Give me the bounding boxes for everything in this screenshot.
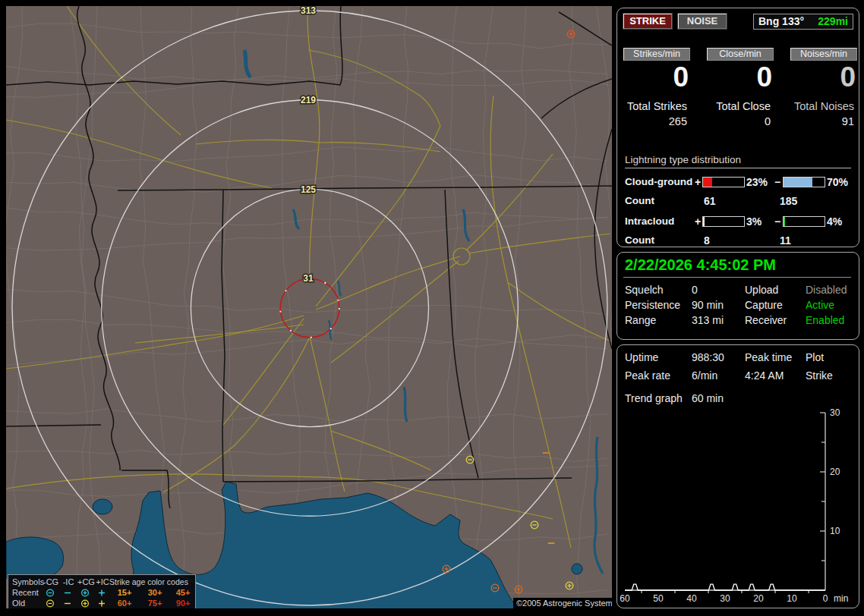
bearing-value: Bng 133° xyxy=(758,14,804,29)
receiver-value: Enabled xyxy=(806,314,856,328)
ic-positive-count: 8 xyxy=(704,234,742,247)
ring-label-219: 219 xyxy=(301,95,316,105)
uptime-value: 988:30 xyxy=(692,351,743,365)
peak-rate-label: Peak rate xyxy=(625,369,690,383)
upload-label: Upload xyxy=(745,284,804,297)
svg-text:30: 30 xyxy=(720,593,730,604)
ring-label-313: 313 xyxy=(301,6,316,16)
map-canvas: 31321912531 xyxy=(6,6,612,608)
squelch-label: Squelch xyxy=(625,284,690,297)
ic-negative-pct: 4% xyxy=(827,215,857,228)
capture-value: Active xyxy=(806,299,856,313)
age-badge-45: 45+ xyxy=(171,588,195,597)
clock: 2/22/2026 4:45:02 PM xyxy=(625,256,776,274)
legend-symbols-header: Symbols xyxy=(12,577,44,586)
noise-mode-button[interactable]: NOISE xyxy=(678,14,727,29)
legend-symbol-pos-ic-old xyxy=(96,599,108,608)
nexstorm-window: 31321912531 Symbols -CG -IC +CG +IC Stri… xyxy=(0,0,864,616)
total-strikes-value: 265 xyxy=(623,115,687,127)
peak-time-value: 4:24 AM xyxy=(745,369,804,383)
svg-text:10: 10 xyxy=(830,526,840,536)
ic-count-label: Count xyxy=(625,234,654,246)
legend-symbol-pos-ic-recent xyxy=(96,588,108,598)
bearing-readout: Bng 133° 229mi xyxy=(753,14,853,30)
copyright-label: ©2005 Astrogenic Systems xyxy=(513,598,612,608)
ring-label-125: 125 xyxy=(301,184,316,195)
divider xyxy=(623,277,851,278)
svg-text:min: min xyxy=(834,593,848,604)
range-label: Range xyxy=(625,314,690,328)
peak-time-label: Peak time xyxy=(745,351,804,365)
status-panel: 2/22/2026 4:45:02 PM Squelch 0 Upload Di… xyxy=(616,252,859,340)
minus-sign: − xyxy=(772,176,783,188)
radar-map[interactable]: 31321912531 Symbols -CG -IC +CG +IC Stri… xyxy=(6,6,612,608)
close-per-min-button[interactable]: Close/min xyxy=(707,48,774,61)
plus-sign: + xyxy=(692,215,703,228)
age-badge-30: 30+ xyxy=(143,588,167,597)
svg-text:60: 60 xyxy=(620,593,630,604)
range-value: 313 mi xyxy=(692,314,743,328)
trend-panel: Uptime 988:30 Peak time Plot Peak rate 6… xyxy=(616,344,859,608)
cg-negative-bar xyxy=(783,177,825,187)
plot-value: Strike xyxy=(806,369,856,383)
age-badge-15: 15+ xyxy=(112,588,137,597)
ring-label-31: 31 xyxy=(303,273,314,284)
age-badge-60: 60+ xyxy=(112,599,137,608)
total-strikes-label: Total Strikes xyxy=(623,100,687,112)
svg-text:0: 0 xyxy=(823,593,828,604)
intracloud-label: Intracloud xyxy=(625,215,693,227)
trend-chart: 1020306050403020100min xyxy=(620,409,856,605)
receiver-label: Receiver xyxy=(745,314,804,328)
legend-col-pos-ic: +IC xyxy=(95,577,110,586)
age-badge-90: 90+ xyxy=(171,599,195,608)
svg-text:20: 20 xyxy=(830,467,840,477)
svg-text:20: 20 xyxy=(753,593,764,604)
squelch-value: 0 xyxy=(692,284,743,297)
cg-positive-bar xyxy=(702,177,745,187)
upload-value: Disabled xyxy=(806,284,856,297)
cg-positive-count: 61 xyxy=(704,195,742,207)
legend-col-neg-ic: -IC xyxy=(61,577,76,586)
bearing-distance: 229mi xyxy=(818,14,848,29)
ic-positive-bar xyxy=(702,216,745,227)
svg-text:40: 40 xyxy=(686,593,697,604)
legend-row-old-label: Old xyxy=(12,599,25,608)
ic-negative-count: 11 xyxy=(780,234,825,247)
cg-negative-count: 185 xyxy=(780,195,825,207)
cg-count-label: Count xyxy=(625,195,654,206)
svg-text:50: 50 xyxy=(653,593,664,604)
legend-symbol-neg-ic-recent xyxy=(61,588,74,598)
map-legend: Symbols -CG -IC +CG +IC Strike age color… xyxy=(8,574,196,608)
total-noises-value: 91 xyxy=(790,115,854,127)
legend-col-pos-cg: +CG xyxy=(77,577,94,586)
distribution-title: Lightning type distribution xyxy=(625,154,851,168)
capture-label: Capture xyxy=(745,299,804,313)
minus-sign: − xyxy=(772,215,783,228)
total-close-label: Total Close xyxy=(707,100,771,112)
uptime-label: Uptime xyxy=(625,351,690,365)
total-noises-label: Total Noises xyxy=(790,100,854,112)
trend-window-value: 60 min xyxy=(692,392,743,406)
plus-sign: + xyxy=(692,176,703,188)
persistence-value: 90 min xyxy=(692,299,743,313)
cg-negative-pct: 70% xyxy=(827,176,857,188)
legend-row-recent-label: Recent xyxy=(12,588,39,597)
strikes-per-min-button[interactable]: Strikes/min xyxy=(623,48,690,61)
cloud-ground-label: Cloud-ground xyxy=(625,176,693,187)
legend-symbol-neg-cg-recent xyxy=(44,588,56,598)
close-per-min-value: 0 xyxy=(707,61,772,95)
legend-symbol-neg-ic-old xyxy=(61,599,74,608)
svg-text:10: 10 xyxy=(787,593,797,604)
noises-per-min-button[interactable]: Noises/min xyxy=(790,48,857,61)
noises-per-min-value: 0 xyxy=(790,61,856,95)
legend-symbol-pos-cg-old xyxy=(79,599,91,608)
trend-graph-label: Trend graph xyxy=(625,392,690,406)
strike-mode-button[interactable]: STRIKE xyxy=(623,14,672,29)
peak-rate-value: 6/min xyxy=(692,369,743,383)
age-badge-75: 75+ xyxy=(143,599,167,608)
legend-age-header: Strike age color codes xyxy=(109,577,193,586)
total-close-value: 0 xyxy=(707,115,771,127)
legend-symbol-pos-cg-recent xyxy=(79,588,91,598)
legend-symbol-neg-cg-old xyxy=(44,599,56,608)
legend-col-neg-cg: -CG xyxy=(43,577,58,586)
